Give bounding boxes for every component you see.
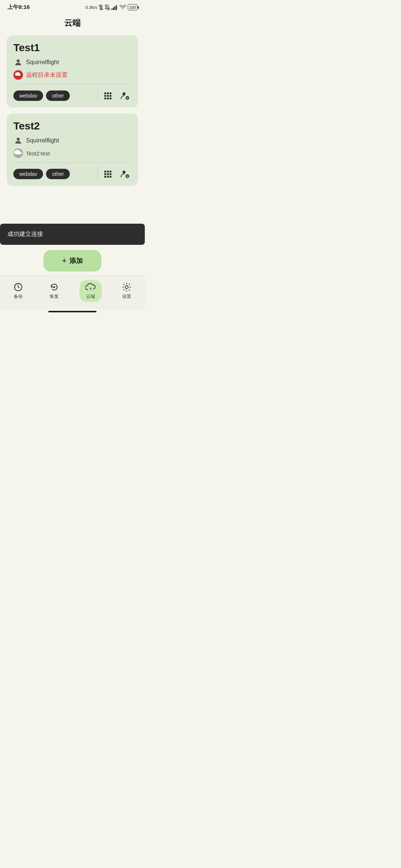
- svg-point-6: [17, 59, 20, 62]
- add-button[interactable]: + 添加: [43, 250, 102, 272]
- svg-rect-2: [111, 9, 113, 10]
- status-bar: 上午8:16 0.3K/s 100: [0, 0, 145, 13]
- person-icon-test2: [14, 136, 23, 145]
- add-label: 添加: [69, 256, 83, 265]
- cloud-ok-icon-test2: [13, 148, 23, 158]
- nav-label-restore: 恢复: [50, 293, 59, 300]
- card-status-text-test1: 远程目录未设置: [26, 71, 68, 79]
- notification-muted-icon: [105, 4, 110, 10]
- svg-point-12: [123, 171, 125, 174]
- other-tag-test1[interactable]: other: [46, 91, 70, 101]
- card-title-test2: Test2: [13, 120, 131, 132]
- svg-point-15: [53, 286, 55, 288]
- nav-item-settings[interactable]: 设置: [115, 280, 138, 302]
- add-plus-icon: +: [62, 256, 67, 266]
- user-settings-icon-test2: [120, 169, 130, 179]
- wifi-icon: [120, 5, 126, 10]
- nav-item-restore[interactable]: 恢复: [43, 280, 65, 302]
- card-actions-test1: webdav other: [13, 85, 131, 108]
- svg-rect-4: [114, 6, 115, 10]
- svg-point-10: [17, 138, 20, 141]
- cloud-nav-icon: [85, 282, 96, 292]
- card-user-row-test2: Squirrelflight: [13, 136, 131, 145]
- user-settings-icon-test1: [120, 91, 130, 101]
- card-username-test2: Squirrelflight: [26, 137, 59, 144]
- user-settings-button-test1[interactable]: [118, 89, 131, 102]
- card-action-icons-test1: [97, 89, 131, 102]
- person-icon-test1: [14, 58, 23, 67]
- card-status-row-test1: 远程目录未设置: [13, 70, 131, 80]
- backup-icon: [13, 282, 23, 292]
- svg-rect-5: [116, 5, 117, 10]
- grid-icon-test1: [104, 92, 111, 99]
- network-speed: 0.3K/s: [85, 5, 97, 10]
- grid-view-button-test2[interactable]: [103, 169, 113, 179]
- restore-icon: [49, 282, 59, 292]
- grid-icon-test2: [104, 171, 111, 178]
- bottom-indicator: [48, 311, 97, 312]
- svg-point-8: [123, 92, 125, 95]
- toast-bar: 成功建立连接: [0, 224, 145, 245]
- add-button-wrap: + 添加: [0, 245, 145, 275]
- cloud-error-icon-test1: [13, 70, 23, 80]
- nav-label-backup: 备份: [14, 293, 23, 300]
- card-title-test1: Test1: [13, 42, 131, 54]
- bottom-nav: 备份 恢复 云端 设置: [0, 275, 145, 309]
- grid-view-button-test1[interactable]: [103, 91, 113, 101]
- webdav-tag-test2[interactable]: webdav: [13, 169, 43, 179]
- main-content: Test1 Squirrelflight 远程目录未设置 webdav: [0, 35, 145, 202]
- spacer: [0, 202, 145, 218]
- status-time: 上午8:16: [7, 4, 30, 11]
- status-icons: 0.3K/s 100: [85, 4, 137, 10]
- nav-label-settings: 设置: [122, 293, 131, 300]
- settings-icon: [122, 282, 131, 292]
- card-tags-test1: webdav other: [13, 91, 97, 101]
- card-username-test1: Squirrelflight: [26, 59, 59, 66]
- battery-icon: 100: [128, 4, 137, 10]
- nav-item-cloud[interactable]: 云端: [79, 280, 102, 302]
- user-settings-button-test2[interactable]: [118, 167, 131, 181]
- card-actions-test2: webdav other: [13, 163, 131, 186]
- nav-item-backup[interactable]: 备份: [7, 280, 29, 302]
- card-action-icons-test2: [97, 167, 131, 181]
- svg-point-16: [125, 286, 128, 289]
- bluetooth-icon: [99, 4, 103, 10]
- cloud-card-test2: Test2 Squirrelflight Test2:test web: [7, 114, 138, 186]
- other-tag-test2[interactable]: other: [46, 169, 70, 179]
- webdav-tag-test1[interactable]: webdav: [13, 91, 43, 101]
- card-path-row-test2: Test2:test: [13, 148, 131, 158]
- card-tags-test2: webdav other: [13, 169, 97, 179]
- battery-level: 100: [129, 5, 136, 10]
- svg-rect-3: [113, 7, 114, 10]
- signal-icon: [111, 5, 118, 10]
- card-user-row-test1: Squirrelflight: [13, 57, 131, 67]
- cloud-card-test1: Test1 Squirrelflight 远程目录未设置 webdav: [7, 35, 138, 108]
- page-title: 云端: [0, 13, 145, 35]
- card-path-text-test2: Test2:test: [26, 150, 50, 157]
- nav-label-cloud: 云端: [86, 293, 95, 300]
